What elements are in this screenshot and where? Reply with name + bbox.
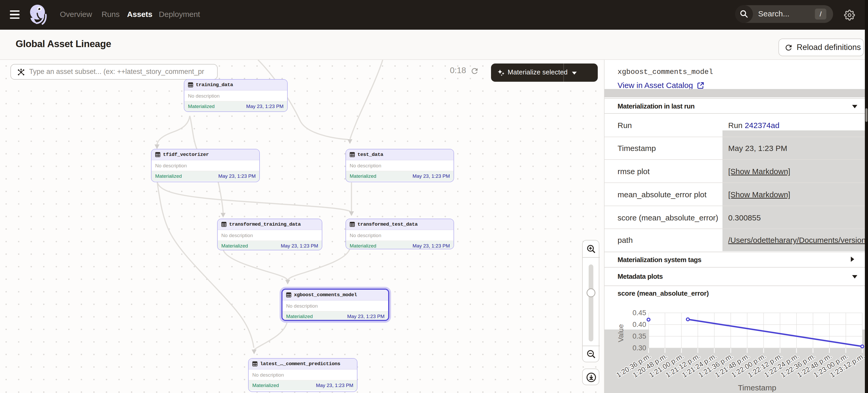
- svg-text:0.45: 0.45: [632, 309, 646, 317]
- svg-text:0.30: 0.30: [632, 344, 646, 352]
- svg-text:Value: Value: [617, 324, 625, 342]
- svg-text:0.40: 0.40: [632, 321, 646, 328]
- svg-text:Timestamp: Timestamp: [738, 383, 776, 392]
- svg-text:0.35: 0.35: [632, 332, 646, 340]
